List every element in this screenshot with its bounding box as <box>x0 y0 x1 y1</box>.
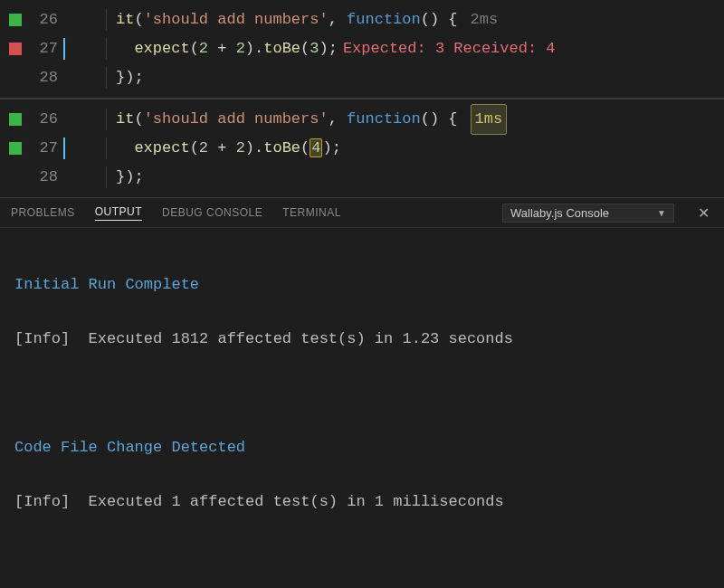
code-text: expect(2 + 2).toBe(3); <box>69 34 338 63</box>
close-panel-button[interactable]: ✕ <box>694 204 713 222</box>
editor-pane-before: 26 it('should add numbers', function() {… <box>0 0 724 98</box>
inline-error-message: Expected: 3 Received: 4 <box>343 34 556 63</box>
line-number: 27 <box>22 34 63 63</box>
code-line[interactable]: 26 it('should add numbers', function() {… <box>0 5 724 34</box>
code-text: expect(2 + 2).toBe(4); <box>69 134 341 163</box>
output-channel-dropdown[interactable]: Wallaby.js Console ▼ <box>502 204 674 223</box>
green-test-marker-icon[interactable] <box>9 113 22 126</box>
console-info-tag: [Info] <box>14 493 70 510</box>
code-line[interactable]: 28 }); <box>0 63 724 92</box>
line-cursor-icon <box>63 138 65 159</box>
code-line[interactable]: 27 expect(2 + 2).toBe(4); <box>0 134 724 163</box>
dropdown-label: Wallaby.js Console <box>510 206 609 220</box>
line-number: 26 <box>22 105 63 134</box>
tab-output[interactable]: OUTPUT <box>95 205 142 221</box>
console-line: Executed 1812 affected test(s) in 1.23 s… <box>70 330 513 347</box>
console-heading: Code File Change Detected <box>14 439 245 456</box>
code-text: }); <box>69 63 144 92</box>
green-test-marker-icon[interactable] <box>9 142 22 155</box>
code-text: it('should add numbers', function() { <box>69 105 458 134</box>
gutter-marker-empty <box>9 71 22 84</box>
tab-terminal[interactable]: TERMINAL <box>282 206 341 219</box>
code-text: it('should add numbers', function() { <box>69 5 458 34</box>
editor-pane-after: 26 it('should add numbers', function() {… <box>0 100 724 197</box>
red-test-marker-icon[interactable] <box>9 43 22 55</box>
tab-debug-console[interactable]: DEBUG CONSOLE <box>162 206 262 219</box>
code-text: }); <box>69 163 144 192</box>
line-number: 26 <box>22 5 63 34</box>
console-line: Executed 1 affected test(s) in 1 millise… <box>70 493 503 510</box>
code-line[interactable]: 27 expect(2 + 2).toBe(3);Expected: 3 Rec… <box>0 34 724 63</box>
tab-problems[interactable]: PROBLEMS <box>11 206 75 219</box>
gutter-marker-empty <box>9 171 22 184</box>
code-line[interactable]: 26 it('should add numbers', function() {… <box>0 105 724 134</box>
line-number: 27 <box>22 134 63 163</box>
inline-timing: 2ms <box>471 5 499 34</box>
line-number: 28 <box>22 63 63 92</box>
green-test-marker-icon[interactable] <box>9 14 22 26</box>
line-number: 28 <box>22 163 63 192</box>
line-cursor-icon <box>63 38 65 60</box>
console-heading: Initial Run Complete <box>14 276 199 293</box>
inline-timing-highlight: 1ms <box>471 104 508 135</box>
code-line[interactable]: 28 }); <box>0 163 724 192</box>
panel-tab-bar: PROBLEMS OUTPUT DEBUG CONSOLE TERMINAL W… <box>0 197 724 228</box>
console-info-tag: [Info] <box>14 330 70 347</box>
chevron-down-icon: ▼ <box>657 208 666 218</box>
output-console[interactable]: Initial Run Complete [Info] Executed 181… <box>0 228 724 559</box>
